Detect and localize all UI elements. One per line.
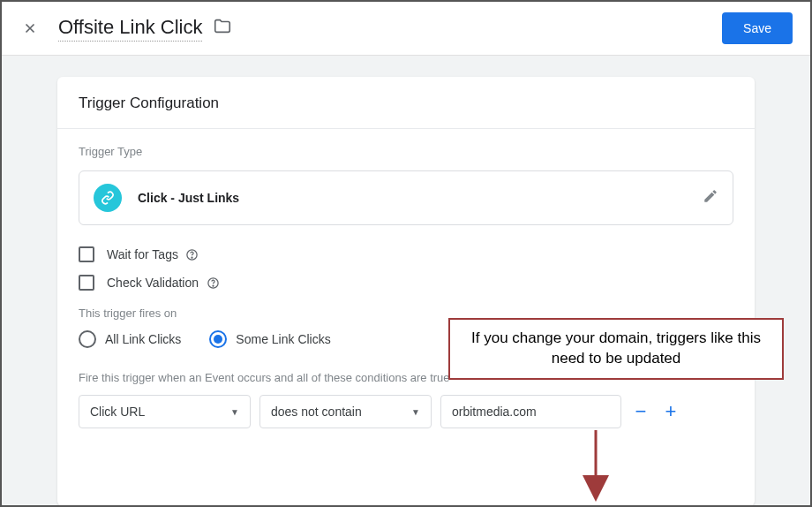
radio-icon [79, 330, 96, 348]
add-condition-button[interactable]: + [660, 400, 681, 423]
folder-icon[interactable] [213, 17, 232, 40]
card-header: Trigger Configuration [57, 77, 755, 129]
page-title[interactable]: Offsite Link Click [58, 16, 202, 42]
trigger-type-selector[interactable]: Click - Just Links [79, 170, 733, 225]
wait-label: Wait for Tags [107, 247, 178, 261]
condition-variable-select[interactable]: Click URL ▼ [79, 395, 251, 428]
close-icon [22, 20, 38, 36]
trigger-type-label: Trigger Type [79, 145, 733, 158]
chevron-down-icon: ▼ [411, 407, 420, 417]
trigger-type-value: Click - Just Links [138, 191, 703, 205]
radio-some-label: Some Link Clicks [236, 332, 330, 346]
condition-operator-value: does not contain [271, 405, 362, 419]
radio-all-clicks[interactable]: All Link Clicks [79, 330, 181, 348]
condition-operator-select[interactable]: does not contain ▼ [259, 395, 432, 428]
condition-row: Click URL ▼ does not contain ▼ orbitmedi… [79, 395, 733, 428]
check-validation-row[interactable]: Check Validation [79, 275, 733, 291]
wait-for-tags-row[interactable]: Wait for Tags [79, 246, 733, 262]
body-background: Trigger Configuration Trigger Type Click… [2, 56, 810, 506]
wait-checkbox[interactable] [79, 246, 94, 262]
title-wrap: Offsite Link Click [58, 16, 722, 42]
validation-label: Check Validation [107, 276, 199, 290]
condition-variable-value: Click URL [90, 405, 145, 419]
condition-value-text: orbitmedia.com [452, 405, 537, 419]
validation-checkbox[interactable] [79, 275, 94, 291]
config-card: Trigger Configuration Trigger Type Click… [57, 77, 755, 506]
radio-all-label: All Link Clicks [105, 332, 181, 346]
save-button[interactable]: Save [722, 12, 793, 44]
link-icon [94, 184, 122, 212]
annotation-arrow [583, 430, 609, 503]
condition-value-input[interactable]: orbitmedia.com [440, 395, 621, 428]
annotation-callout: If you change your domain, triggers like… [448, 318, 784, 380]
remove-condition-button[interactable]: − [630, 400, 651, 423]
svg-point-3 [213, 285, 214, 286]
card-title: Trigger Configuration [79, 95, 733, 112]
chevron-down-icon: ▼ [230, 407, 239, 417]
help-icon[interactable] [206, 276, 220, 290]
card-body: Trigger Type Click - Just Links Wait for… [57, 129, 755, 428]
header-bar: Offsite Link Click Save [2, 2, 810, 56]
svg-point-1 [192, 257, 192, 258]
close-button[interactable] [19, 18, 41, 39]
radio-icon-selected [209, 330, 227, 348]
pencil-icon [703, 188, 718, 208]
help-icon[interactable] [185, 247, 199, 261]
annotation-text: If you change your domain, triggers like… [471, 329, 761, 367]
radio-some-clicks[interactable]: Some Link Clicks [209, 330, 330, 348]
